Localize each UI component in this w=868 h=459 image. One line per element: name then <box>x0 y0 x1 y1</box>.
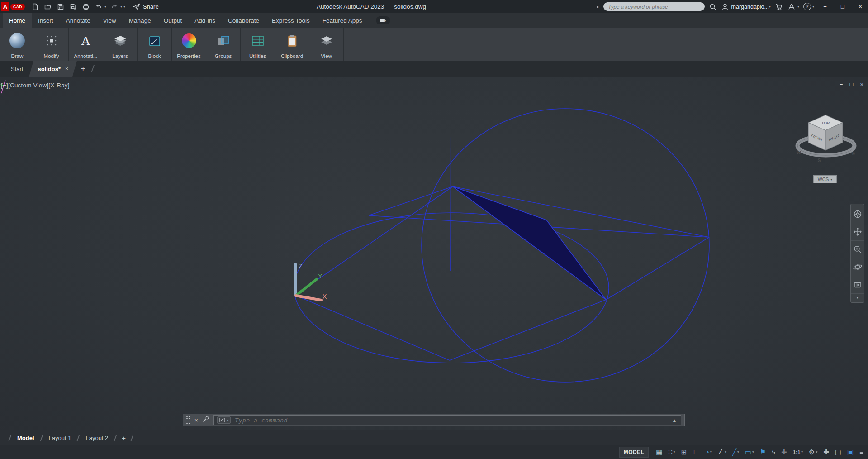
file-tab-solidos[interactable]: solidos* × <box>30 61 76 76</box>
zoom-icon[interactable] <box>851 241 864 258</box>
undo-caret-icon[interactable]: ▾ <box>104 5 106 9</box>
new-tab-button[interactable]: + <box>76 61 90 76</box>
redo-caret-icon[interactable]: ▾ <box>120 5 122 9</box>
panel-modify[interactable]: Modify <box>34 28 69 61</box>
dynamic-input-icon[interactable]: ⊞ <box>681 448 687 456</box>
panel-utilities[interactable]: Utilities <box>241 28 275 61</box>
help-icon[interactable]: ? <box>803 3 811 10</box>
object-snap-icon[interactable]: ▭▾ <box>745 448 754 456</box>
showmotion-icon[interactable] <box>851 276 864 294</box>
drawing-canvas[interactable]: Z Y X <box>0 76 868 430</box>
new-layout-button[interactable]: + <box>120 434 128 442</box>
ribbon-tab-output[interactable]: Output <box>157 13 189 28</box>
autocad-logo[interactable]: A CAD <box>1 2 25 11</box>
navigation-bar-caret-icon[interactable]: ▾ <box>856 294 858 301</box>
ribbon-tab-express-tools[interactable]: Express Tools <box>266 13 316 28</box>
customization-icon[interactable]: ≡ <box>859 448 863 456</box>
polar-tracking-icon[interactable]: ◔▾ <box>705 448 712 456</box>
viewport-controls-label[interactable]: [−][Custom View][X-Ray] <box>1 82 70 89</box>
panel-layers[interactable]: Layers <box>103 28 138 61</box>
viewport-restore-icon[interactable]: □ <box>850 81 854 88</box>
command-history-toggle-icon[interactable]: ▲ <box>672 418 677 423</box>
window-maximize-button[interactable]: □ <box>836 0 849 13</box>
help-caret-icon[interactable]: ▾ <box>812 5 814 9</box>
annotation-monitor-icon[interactable]: ✚ <box>823 448 829 456</box>
collapse-search-icon[interactable]: ▸ <box>597 4 599 9</box>
annotation-scale-icon[interactable]: 1:1▾ <box>793 449 803 455</box>
command-input[interactable] <box>235 417 668 424</box>
cart-icon[interactable] <box>775 2 783 11</box>
panel-properties[interactable]: Properties <box>172 28 206 61</box>
autodesk-caret-icon[interactable]: ▾ <box>797 5 799 9</box>
save-as-icon[interactable] <box>69 2 78 11</box>
window-close-button[interactable]: × <box>854 0 867 13</box>
solid-face[interactable] <box>453 186 606 300</box>
ribbon-options-button[interactable]: ▾ <box>376 16 390 24</box>
command-input-box[interactable]: ▾ ▲ <box>213 415 681 425</box>
command-bar-close-icon[interactable]: × <box>194 417 198 424</box>
ribbon-tab-home[interactable]: Home <box>3 13 32 28</box>
panel-draw[interactable]: Draw <box>0 28 34 61</box>
ortho-mode-icon[interactable]: ∟ <box>693 448 699 456</box>
open-icon[interactable] <box>44 2 52 11</box>
panel-annotation[interactable]: A Annotati... <box>69 28 103 61</box>
isometric-drafting-icon[interactable]: ∠▾ <box>718 448 726 456</box>
ribbon-tab-collaborate[interactable]: Collaborate <box>222 13 266 28</box>
autoscale-icon[interactable]: ϟ <box>772 448 775 456</box>
layout-tab-layout1[interactable]: Layout 1 <box>46 434 74 442</box>
save-icon[interactable] <box>57 2 65 11</box>
layout-tab-layout2[interactable]: Layout 2 <box>83 434 111 442</box>
recent-commands-button[interactable]: ▾ <box>217 416 231 424</box>
share-button[interactable]: Share <box>133 3 159 10</box>
quick-access-caret-icon[interactable]: ▾ <box>123 5 125 9</box>
panel-clipboard[interactable]: Clipboard <box>275 28 309 61</box>
file-tab-close-icon[interactable]: × <box>65 66 68 72</box>
viewport-minimize-icon[interactable]: − <box>840 81 843 88</box>
pan-icon[interactable] <box>851 223 864 241</box>
ribbon-tab-view[interactable]: View <box>97 13 123 28</box>
ribbon-tab-manage[interactable]: Manage <box>123 13 157 28</box>
model-space-button[interactable]: MODEL <box>619 447 649 458</box>
search-input[interactable] <box>603 2 705 11</box>
search-icon[interactable] <box>709 2 717 11</box>
autodesk-apps-icon[interactable] <box>787 2 796 11</box>
account-menu[interactable]: margaridaplo... ▾ <box>721 3 771 10</box>
orbit-icon[interactable] <box>851 258 864 276</box>
new-drawing-icon[interactable] <box>31 2 40 11</box>
navigation-wheel-icon[interactable] <box>851 206 864 223</box>
ribbon-tab-insert[interactable]: Insert <box>32 13 60 28</box>
ribbon-tab-row: HomeInsertAnnotateViewManageOutputAdd-in… <box>3 13 369 28</box>
compass-east-label[interactable]: E <box>852 151 855 156</box>
panel-groups[interactable]: Groups <box>206 28 241 61</box>
layout-divider <box>40 435 43 441</box>
compass-west-label[interactable]: W <box>797 150 801 155</box>
ribbon-tab-featured-apps[interactable]: Featured Apps <box>316 13 369 28</box>
grid-display-icon[interactable]: ▦ <box>656 448 662 456</box>
ribbon-tab-add-ins[interactable]: Add-ins <box>188 13 222 28</box>
viewport-close-icon[interactable]: × <box>860 81 863 88</box>
plot-icon[interactable] <box>82 2 90 11</box>
command-bar-grip[interactable] <box>186 416 190 425</box>
command-settings-wrench-icon[interactable] <box>202 416 209 425</box>
annotation-scale-sync-icon[interactable]: ✛ <box>781 448 787 456</box>
model-viewport[interactable]: Z Y X [−][Custom View][X-Ray] − □ × W S … <box>0 76 868 430</box>
wireframe-geometry[interactable] <box>294 97 709 382</box>
workspace-switching-icon[interactable]: ⚙▾ <box>809 448 817 456</box>
isolate-objects-icon[interactable]: ▢ <box>835 448 841 456</box>
viewcube[interactable]: W S E TOP FRONT RIGHT <box>786 105 868 182</box>
annotation-visibility-icon[interactable]: ⚑ <box>760 448 766 456</box>
snap-mode-icon[interactable]: ∷▾ <box>668 448 675 456</box>
redo-icon[interactable] <box>110 2 119 11</box>
graphics-performance-icon[interactable]: ▣ <box>847 448 854 456</box>
panel-block[interactable]: Block <box>138 28 172 61</box>
undo-icon[interactable] <box>95 2 103 11</box>
layout-tab-model[interactable]: Model <box>14 434 37 442</box>
panel-view[interactable]: View <box>309 28 344 61</box>
app-title: Autodesk AutoCAD 2023 <box>317 3 384 10</box>
object-snap-tracking-icon[interactable]: ╱▾ <box>732 448 739 456</box>
wcs-selector[interactable]: WCS ▾ <box>813 175 837 183</box>
file-tab-start[interactable]: Start <box>4 61 30 76</box>
compass-south-label[interactable]: S <box>818 158 821 163</box>
ribbon-tab-annotate[interactable]: Annotate <box>60 13 97 28</box>
window-minimize-button[interactable]: − <box>818 0 832 13</box>
